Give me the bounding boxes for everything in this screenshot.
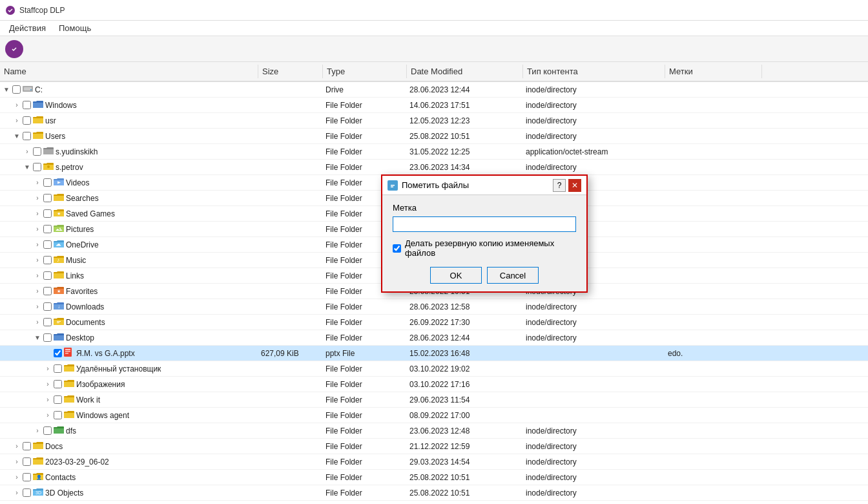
dialog-ok-btn[interactable]: OK xyxy=(430,267,482,284)
tree-row[interactable]: ▼ C: Drive 28.06.2023 12:44 inode/direct… xyxy=(0,82,868,98)
tree-expand-btn[interactable]: › xyxy=(34,179,41,186)
tree-expand-btn[interactable]: › xyxy=(23,148,31,155)
tree-expand-btn[interactable]: ▼ xyxy=(3,86,10,93)
col-name[interactable]: Name xyxy=(0,65,258,78)
col-tags[interactable]: Метки xyxy=(665,65,762,78)
row-checkbox[interactable] xyxy=(54,349,62,357)
folder-icon xyxy=(33,100,43,110)
row-checkbox[interactable] xyxy=(23,488,31,497)
tree-row[interactable]: › s.yudinskikh File Folder 31.05.2022 12… xyxy=(0,144,868,160)
col-date[interactable]: Date Modified xyxy=(407,65,523,78)
tree-container[interactable]: ▼ C: Drive 28.06.2023 12:44 inode/direct… xyxy=(0,82,868,504)
tree-row[interactable]: › dfs File Folder 23.06.2023 12:48 inode… xyxy=(0,423,868,439)
file-content-type-cell: inode/directory xyxy=(523,101,665,110)
row-checkbox[interactable] xyxy=(23,132,31,140)
tree-expand-btn[interactable]: › xyxy=(34,303,41,310)
tree-expand-btn[interactable]: ▼ xyxy=(13,132,21,140)
tree-expand-btn[interactable]: › xyxy=(34,226,41,233)
tree-expand-btn[interactable]: › xyxy=(13,443,21,450)
row-checkbox[interactable] xyxy=(43,302,52,311)
row-checkbox[interactable] xyxy=(43,333,52,342)
dialog-cancel-btn[interactable]: Cancel xyxy=(487,267,539,284)
tree-expand-btn[interactable]: › xyxy=(34,319,41,326)
tree-expand-btn[interactable]: › xyxy=(13,474,21,481)
row-checkbox[interactable] xyxy=(23,116,31,125)
tree-row[interactable]: › Docs File Folder 21.12.2022 12:59 inod… xyxy=(0,439,868,454)
row-checkbox[interactable] xyxy=(43,194,52,202)
row-checkbox[interactable] xyxy=(54,380,62,388)
dialog-tag-input[interactable] xyxy=(393,216,576,232)
row-checkbox[interactable] xyxy=(43,256,52,264)
row-checkbox[interactable] xyxy=(23,101,31,109)
tree-row[interactable]: › 2023-03-29_06-02 File Folder 29.03.202… xyxy=(0,454,868,470)
mark-files-dialog[interactable]: Пометить файлы ? ✕ Метка Делать резервну… xyxy=(381,174,588,293)
tree-row[interactable]: › 👤 Contacts File Folder 25.08.2022 10:5… xyxy=(0,470,868,485)
file-content-type-cell: inode/directory xyxy=(523,333,665,342)
col-content-type[interactable]: Тип контента xyxy=(523,65,665,78)
row-checkbox[interactable] xyxy=(43,240,52,249)
tree-row[interactable]: ▼ Users File Folder 25.08.2022 10:51 ino… xyxy=(0,129,868,144)
tree-row[interactable]: › usr File Folder 12.05.2023 12:23 inode… xyxy=(0,113,868,129)
tree-expand-btn[interactable]: › xyxy=(34,241,41,248)
svg-text:★: ★ xyxy=(57,211,61,216)
file-content-type-cell: inode/directory xyxy=(523,318,665,327)
col-type[interactable]: Type xyxy=(323,65,407,78)
tree-row[interactable]: › Изображения File Folder 03.10.2022 17:… xyxy=(0,377,868,392)
row-checkbox[interactable] xyxy=(54,411,62,419)
tree-row[interactable]: › 3D 3D Objects File Folder 25.08.2022 1… xyxy=(0,485,868,501)
row-checkbox[interactable] xyxy=(43,209,52,218)
tree-expand-btn[interactable]: › xyxy=(34,210,41,217)
row-checkbox[interactable] xyxy=(12,85,21,94)
file-type-cell: File Folder xyxy=(323,488,407,498)
row-checkbox[interactable] xyxy=(43,271,52,280)
row-checkbox[interactable] xyxy=(23,442,31,450)
col-size[interactable]: Size xyxy=(258,65,323,78)
row-checkbox[interactable] xyxy=(43,426,52,435)
row-checkbox[interactable] xyxy=(23,457,31,466)
file-content-type-cell: inode/directory xyxy=(523,85,665,94)
tree-expand-btn[interactable]: ▼ xyxy=(23,163,31,171)
row-checkbox[interactable] xyxy=(43,318,52,326)
tree-expand-btn[interactable]: › xyxy=(44,396,52,403)
tree-expand-btn[interactable]: › xyxy=(44,412,52,419)
row-checkbox[interactable] xyxy=(43,178,52,187)
tree-row[interactable]: › ↓ Downloads File Folder 28.06.2023 12:… xyxy=(0,299,868,315)
row-checkbox[interactable] xyxy=(33,147,41,156)
tree-expand-btn[interactable]: › xyxy=(34,272,41,279)
row-checkbox[interactable] xyxy=(43,225,52,233)
tree-row[interactable]: › Work it File Folder 29.06.2023 11:54 xyxy=(0,392,868,408)
tree-expand-btn[interactable]: › xyxy=(44,365,52,372)
tree-expand-btn[interactable]: › xyxy=(34,288,41,295)
dialog-body: Метка Делать резервную копию изменяемых … xyxy=(382,195,586,291)
row-checkbox[interactable] xyxy=(33,163,41,171)
tree-row[interactable]: › Windows agent File Folder 08.09.2022 1… xyxy=(0,408,868,423)
file-type-cell: File Folder xyxy=(323,163,407,172)
tree-expand-btn[interactable]: › xyxy=(34,194,41,202)
tree-row[interactable]: ▼ Desktop File Folder 28.06.2023 12:44 i… xyxy=(0,330,868,346)
tree-expand-btn[interactable]: ▼ xyxy=(34,334,41,341)
tree-row[interactable]: ▼ s.petrov File Folder 23.06.2023 14:34 … xyxy=(0,160,868,175)
tree-expand-btn[interactable]: › xyxy=(13,117,21,124)
tree-expand-btn[interactable]: › xyxy=(13,101,21,109)
menu-help[interactable]: Помощь xyxy=(52,21,98,36)
tree-row[interactable]: › Windows File Folder 14.06.2023 17:51 i… xyxy=(0,98,868,113)
row-checkbox[interactable] xyxy=(54,395,62,404)
tree-expand-btn[interactable]: › xyxy=(44,381,52,388)
tree-expand-btn[interactable]: › xyxy=(34,257,41,264)
toolbar-main-btn[interactable] xyxy=(5,40,23,58)
menu-actions[interactable]: Действия xyxy=(3,21,52,36)
file-name-cell: › Docs xyxy=(0,441,258,452)
tree-expand-btn[interactable]: › xyxy=(13,489,21,496)
tree-row[interactable]: › Удалённый установщик File Folder 03.10… xyxy=(0,361,868,377)
tree-expand-btn[interactable]: › xyxy=(13,458,21,465)
tree-row[interactable]: Я.М. vs G.A.pptx 627,09 KiB pptx File 15… xyxy=(0,346,868,361)
dialog-backup-checkbox[interactable] xyxy=(393,244,401,253)
row-checkbox[interactable] xyxy=(43,287,52,295)
file-name-label: 3D Objects xyxy=(45,488,83,498)
dialog-close-btn[interactable]: ✕ xyxy=(568,179,581,192)
tree-expand-btn[interactable]: › xyxy=(34,427,41,434)
row-checkbox[interactable] xyxy=(54,364,62,373)
dialog-help-btn[interactable]: ? xyxy=(553,179,566,192)
row-checkbox[interactable] xyxy=(23,473,31,481)
tree-row[interactable]: › Documents File Folder 26.09.2022 17:30… xyxy=(0,315,868,330)
